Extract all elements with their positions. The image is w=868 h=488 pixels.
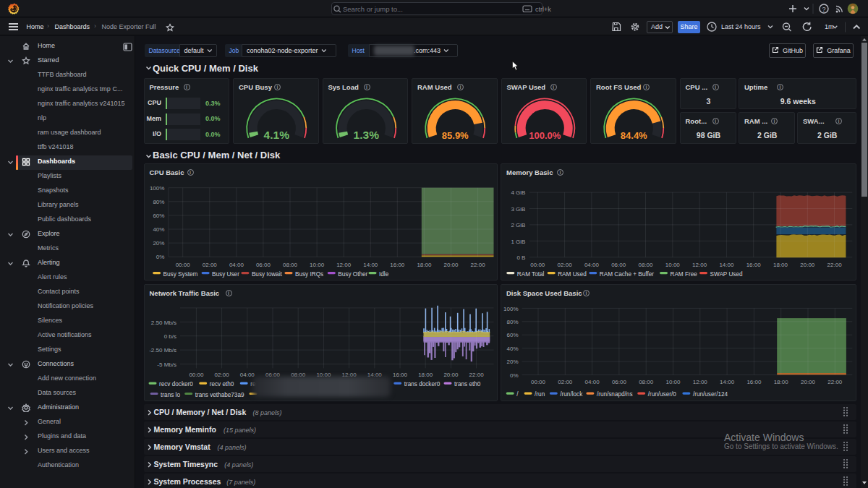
svg-text:-2.50 Mb/s: -2.50 Mb/s — [149, 347, 176, 354]
svg-text:14:00: 14:00 — [363, 261, 378, 267]
svg-text:08:00: 08:00 — [282, 261, 297, 267]
svg-text:40%: 40% — [153, 226, 164, 233]
svg-text:20%: 20% — [506, 359, 518, 365]
svg-text:80%: 80% — [506, 319, 518, 325]
svg-text:02:00: 02:00 — [558, 379, 573, 385]
svg-text:-5 Mb/s: -5 Mb/s — [157, 361, 176, 367]
svg-text:Busy Other: Busy Other — [338, 270, 367, 277]
svg-text:/run/user/124: /run/user/124 — [693, 391, 728, 398]
svg-text:RAM Total: RAM Total — [517, 270, 545, 277]
svg-text:Busy User: Busy User — [212, 270, 239, 277]
svg-text:/: / — [516, 391, 519, 398]
svg-text:recv docker0: recv docker0 — [159, 381, 193, 388]
svg-text:04:00: 04:00 — [229, 261, 244, 267]
svg-text:06:00: 06:00 — [612, 379, 627, 385]
svg-text:60%: 60% — [153, 213, 164, 219]
svg-text:08:00: 08:00 — [639, 379, 654, 385]
svg-text:20:00: 20:00 — [801, 379, 816, 385]
svg-text:10:00: 10:00 — [665, 379, 681, 385]
svg-text:trans docker0: trans docker0 — [404, 381, 440, 388]
svg-text:18:00: 18:00 — [418, 371, 433, 377]
svg-text:14:00: 14:00 — [720, 379, 735, 385]
svg-text:04:00: 04:00 — [239, 371, 255, 377]
svg-text:Busy System: Busy System — [163, 270, 197, 277]
svg-text:08:00: 08:00 — [638, 261, 653, 267]
svg-text:60%: 60% — [506, 332, 518, 338]
svg-text:00:00: 00:00 — [531, 379, 546, 385]
svg-text:02:00: 02:00 — [558, 261, 573, 267]
svg-text:16:00: 16:00 — [746, 379, 762, 385]
svg-text:12:00: 12:00 — [336, 261, 352, 267]
svg-text:18:00: 18:00 — [417, 261, 432, 267]
svg-text:3 GiB: 3 GiB — [511, 205, 525, 212]
svg-text:recv eth0: recv eth0 — [209, 381, 234, 388]
svg-text:22:00: 22:00 — [470, 261, 485, 267]
svg-text:20:00: 20:00 — [443, 261, 459, 267]
svg-text:2 GiB: 2 GiB — [511, 222, 525, 228]
svg-text:80%: 80% — [153, 199, 164, 205]
svg-text:00:00: 00:00 — [175, 261, 190, 267]
svg-text:16:00: 16:00 — [392, 371, 407, 377]
svg-text:10:00: 10:00 — [665, 261, 681, 267]
svg-text:Busy IRQs: Busy IRQs — [295, 270, 323, 277]
svg-text:trans vethabe73a9: trans vethabe73a9 — [195, 391, 244, 398]
svg-text:20%: 20% — [153, 240, 164, 247]
svg-text:02:00: 02:00 — [202, 261, 217, 267]
svg-text:100%: 100% — [503, 305, 518, 312]
svg-text:Idle: Idle — [379, 270, 389, 277]
svg-text:20:00: 20:00 — [800, 261, 815, 267]
svg-text:RAM Cache + Buffer: RAM Cache + Buffer — [600, 270, 654, 277]
svg-text:14:00: 14:00 — [719, 261, 734, 267]
svg-text:RAM Free: RAM Free — [671, 270, 698, 277]
svg-text:?: ? — [822, 6, 825, 13]
svg-text:40%: 40% — [506, 345, 518, 351]
svg-text:0%: 0% — [156, 254, 164, 260]
svg-text:84.4%: 84.4% — [621, 130, 647, 141]
svg-text:06:00: 06:00 — [611, 261, 626, 267]
svg-text:16:00: 16:00 — [746, 261, 762, 267]
svg-text:06:00: 06:00 — [255, 261, 271, 267]
svg-text:10:00: 10:00 — [310, 261, 325, 267]
svg-text:trans lo: trans lo — [161, 391, 180, 398]
svg-text:1 GiB: 1 GiB — [511, 238, 525, 244]
svg-text:RAM Used: RAM Used — [558, 270, 587, 277]
svg-text:Busy Iowait: Busy Iowait — [251, 270, 282, 277]
svg-text:0 B: 0 B — [516, 254, 525, 260]
svg-text:/run/user/0: /run/user/0 — [648, 391, 677, 398]
svg-text:/run/snapd/ns: /run/snapd/ns — [597, 391, 633, 398]
svg-text:04:00: 04:00 — [585, 379, 600, 385]
svg-text:00:00: 00:00 — [189, 371, 204, 377]
svg-text:00:00: 00:00 — [530, 261, 545, 267]
svg-text:22:00: 22:00 — [827, 379, 843, 385]
svg-text:SWAP Used: SWAP Used — [710, 270, 743, 277]
svg-text:1.3%: 1.3% — [353, 129, 379, 141]
svg-text:0%: 0% — [510, 372, 519, 378]
svg-text:4 GiB: 4 GiB — [511, 189, 525, 196]
svg-text:12:00: 12:00 — [693, 379, 708, 385]
svg-text:85.9%: 85.9% — [442, 130, 469, 141]
svg-text:22:00: 22:00 — [469, 371, 484, 377]
svg-text:/run/lock: /run/lock — [560, 391, 583, 398]
svg-text:/run: /run — [535, 391, 545, 398]
svg-text:04:00: 04:00 — [584, 261, 600, 267]
svg-text:0 b/s: 0 b/s — [163, 333, 176, 339]
svg-text:100.0%: 100.0% — [529, 130, 561, 141]
svg-text:18:00: 18:00 — [774, 379, 789, 385]
svg-text:20:00: 20:00 — [443, 371, 459, 377]
svg-text:trans eth0: trans eth0 — [454, 381, 481, 388]
svg-text:2.50 Mb/s: 2.50 Mb/s — [150, 319, 176, 325]
svg-text:12:00: 12:00 — [692, 261, 707, 267]
svg-text:4.1%: 4.1% — [264, 129, 290, 141]
svg-text:100%: 100% — [149, 184, 163, 191]
svg-text:18:00: 18:00 — [773, 261, 788, 267]
svg-text:22:00: 22:00 — [827, 261, 843, 267]
svg-text:16:00: 16:00 — [390, 261, 405, 267]
svg-text:02:00: 02:00 — [214, 371, 229, 377]
